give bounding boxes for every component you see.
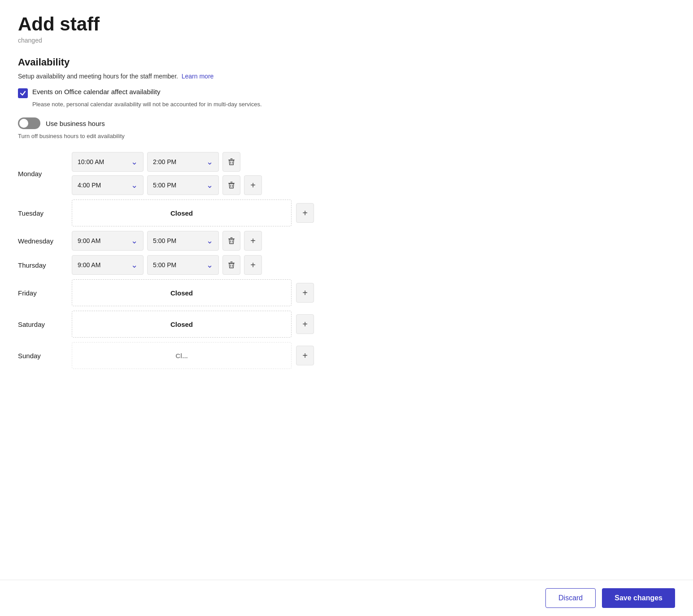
day-label-friday: Friday [18,289,67,297]
thursday-slot1-delete-button[interactable] [222,255,240,275]
thursday-add-slot-button[interactable]: + [244,255,262,275]
footer-bar: Discard Save changes [0,580,693,616]
calendar-checkbox-sublabel: Please note, personal calendar availabil… [32,101,675,108]
monday-slot-2: 4:00 PM ⌄ 5:00 PM ⌄ [72,175,262,195]
chevron-down-icon: ⌄ [206,236,213,246]
day-row-saturday: Saturday Closed + [18,311,675,338]
thursday-slot1-start[interactable]: 9:00 AM ⌄ [72,255,144,275]
wednesday-slot-1: 9:00 AM ⌄ 5:00 PM ⌄ + [72,231,262,251]
sunday-closed-box: Cl... [72,342,292,369]
availability-grid: Monday 10:00 AM ⌄ 2:00 PM ⌄ [18,152,675,369]
svg-rect-1 [231,159,233,160]
wednesday-slot1-end[interactable]: 5:00 PM ⌄ [147,231,219,251]
friday-add-slot-button[interactable]: + [296,283,314,303]
changed-label: changed [18,37,675,44]
monday-slot1-start[interactable]: 10:00 AM ⌄ [72,152,144,172]
monday-slot2-end[interactable]: 5:00 PM ⌄ [147,175,219,195]
chevron-down-icon: ⌄ [131,180,138,190]
day-label-sunday: Sunday [18,352,67,360]
monday-slot1-delete-button[interactable] [222,152,240,172]
calendar-checkbox-label: Events on Office calendar affect availab… [32,88,160,95]
svg-rect-9 [231,238,233,239]
svg-rect-5 [231,182,233,183]
discard-button[interactable]: Discard [545,588,596,608]
saturday-closed-box: Closed [72,311,292,338]
day-row-friday: Friday Closed + [18,279,675,306]
monday-slot2-start[interactable]: 4:00 PM ⌄ [72,175,144,195]
save-changes-button[interactable]: Save changes [602,588,675,608]
day-label-monday: Monday [18,170,67,178]
wednesday-slot1-delete-button[interactable] [222,231,240,251]
monday-slot-1: 10:00 AM ⌄ 2:00 PM ⌄ [72,152,262,172]
business-hours-toggle-row: Use business hours [18,117,675,129]
chevron-down-icon: ⌄ [206,260,213,270]
toggle-thumb [19,119,28,128]
saturday-add-slot-button[interactable]: + [296,314,314,334]
day-row-tuesday: Tuesday Closed + [18,200,675,226]
day-row-wednesday: Wednesday 9:00 AM ⌄ 5:00 PM ⌄ [18,231,675,251]
toggle-label: Use business hours [46,120,105,127]
thursday-slot1-end[interactable]: 5:00 PM ⌄ [147,255,219,275]
business-hours-toggle[interactable] [18,117,40,129]
thursday-slot-1: 9:00 AM ⌄ 5:00 PM ⌄ + [72,255,262,275]
wednesday-add-slot-button[interactable]: + [244,231,262,251]
sunday-add-slot-button[interactable]: + [296,346,314,365]
toggle-hint: Turn off business hours to edit availabi… [18,133,675,139]
learn-more-link[interactable]: Learn more [182,73,214,80]
monday-slot2-delete-button[interactable] [222,175,240,195]
day-label-thursday: Thursday [18,261,67,269]
day-row-sunday: Sunday Cl... + [18,342,675,369]
chevron-down-icon: ⌄ [131,236,138,246]
day-label-wednesday: Wednesday [18,237,67,245]
monday-slot1-end[interactable]: 2:00 PM ⌄ [147,152,219,172]
calendar-checkbox[interactable] [18,88,28,98]
day-row-monday: Monday 10:00 AM ⌄ 2:00 PM ⌄ [18,152,675,195]
chevron-down-icon: ⌄ [131,260,138,270]
friday-closed-box: Closed [72,279,292,306]
day-label-tuesday: Tuesday [18,209,67,217]
page-title: Add staff [18,13,675,35]
day-row-thursday: Thursday 9:00 AM ⌄ 5:00 PM ⌄ [18,255,675,275]
tuesday-closed-box: Closed [72,200,292,226]
availability-description: Setup availability and meeting hours for… [18,73,675,80]
chevron-down-icon: ⌄ [206,157,213,167]
day-label-saturday: Saturday [18,321,67,328]
tuesday-add-slot-button[interactable]: + [296,203,314,223]
availability-section-title: Availability [18,56,675,68]
svg-rect-13 [231,262,233,263]
monday-slots: 10:00 AM ⌄ 2:00 PM ⌄ [72,152,262,195]
chevron-down-icon: ⌄ [206,180,213,190]
monday-add-slot-button[interactable]: + [244,175,262,195]
wednesday-slot1-start[interactable]: 9:00 AM ⌄ [72,231,144,251]
page-container: Add staff changed Availability Setup ava… [0,0,693,423]
calendar-checkbox-row: Events on Office calendar affect availab… [18,88,675,98]
chevron-down-icon: ⌄ [131,157,138,167]
